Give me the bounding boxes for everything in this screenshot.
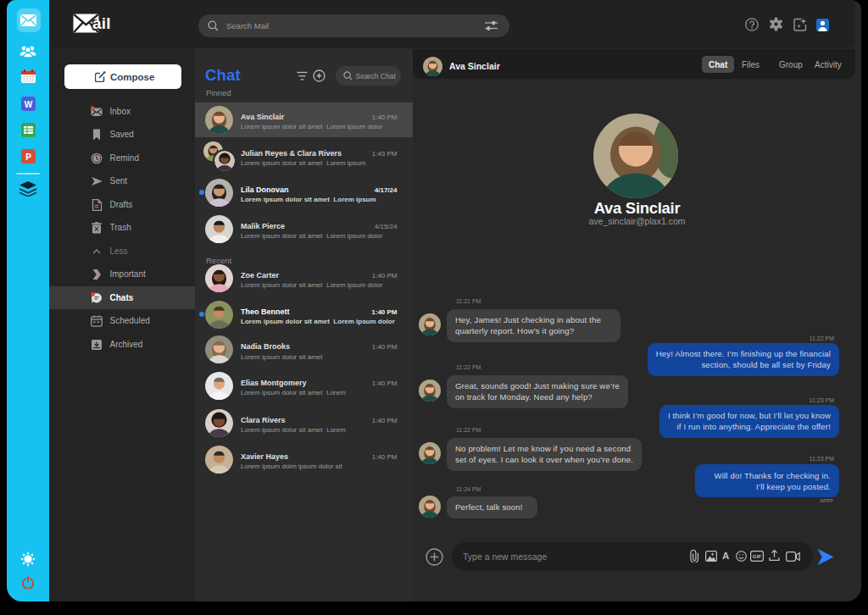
svg-text:GIF: GIF — [753, 553, 762, 559]
svg-text:P: P — [25, 152, 31, 162]
svg-text:W: W — [25, 100, 33, 109]
